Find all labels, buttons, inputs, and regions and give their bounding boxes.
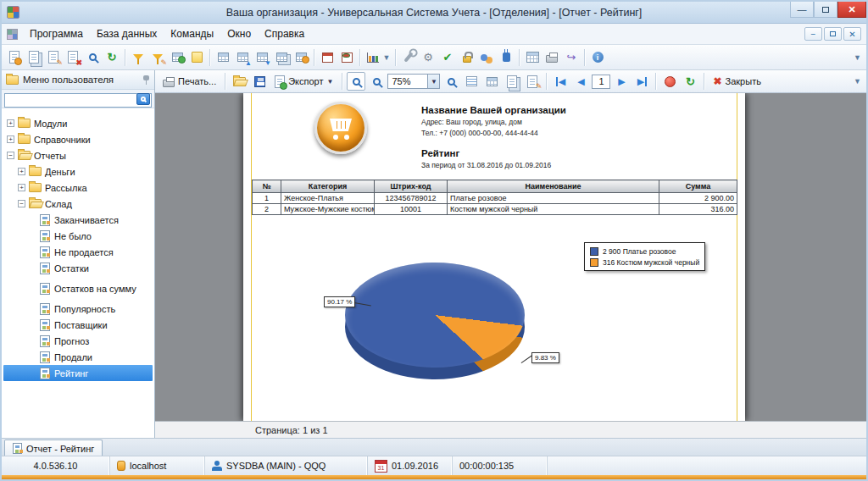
cell-name: Костюм мужской черный xyxy=(448,204,659,215)
info-button[interactable] xyxy=(588,48,607,67)
edit-record-button[interactable]: ✎ xyxy=(44,48,63,67)
menu-okno[interactable]: Окно xyxy=(220,25,258,42)
menu-komandy[interactable]: Команды xyxy=(164,25,220,42)
last-page-button[interactable]: ▶ xyxy=(632,72,651,91)
pin-icon[interactable] xyxy=(142,75,150,86)
group-expand-button[interactable]: ▲ xyxy=(233,48,252,67)
report-view[interactable]: Название Вашей организации Адрес: Ваш го… xyxy=(155,93,866,421)
cart-wheel-icon xyxy=(333,135,338,140)
stop-button[interactable] xyxy=(660,72,679,91)
confirm-button[interactable]: ✔ xyxy=(438,48,457,67)
new-record-button[interactable] xyxy=(5,48,24,67)
sidebar-item-spravochniki[interactable]: Справочники xyxy=(3,131,153,147)
page-number-input[interactable]: 1 xyxy=(592,75,610,89)
sidebar-item-prognoz[interactable]: Прогноз xyxy=(3,333,153,349)
search-go-button[interactable] xyxy=(136,93,150,105)
tools-button[interactable] xyxy=(399,48,418,67)
calendar-add-button[interactable] xyxy=(337,48,356,67)
zoom-out-button[interactable] xyxy=(442,72,460,91)
next-page-button[interactable]: ▶ xyxy=(612,72,631,91)
sidebar-item-rassylka[interactable]: Рассылка xyxy=(3,180,153,196)
calendar-button[interactable] xyxy=(318,48,337,67)
first-page-button[interactable]: ◀ xyxy=(551,72,570,91)
rebuild-button[interactable]: ↻ xyxy=(681,72,699,91)
sidebar-item-populyarnost[interactable]: Популярность xyxy=(3,301,153,317)
mdi-minimize-button[interactable]: − xyxy=(804,27,822,41)
chart-button[interactable] xyxy=(364,48,382,67)
expander-icon[interactable] xyxy=(7,119,14,127)
search-input[interactable] xyxy=(4,93,152,108)
sidebar-item-otchety[interactable]: Отчеты xyxy=(3,147,153,163)
toolbar-separator xyxy=(125,49,125,66)
split-view-button[interactable] xyxy=(272,48,291,67)
zoom-select[interactable]: 75%▼ xyxy=(387,74,440,89)
minimize-button[interactable]: — xyxy=(790,2,814,18)
sidebar-item-ostatki[interactable]: Остатки xyxy=(3,260,153,276)
filter-button[interactable] xyxy=(129,48,147,67)
users-button[interactable] xyxy=(477,48,496,67)
zoom-button[interactable] xyxy=(367,72,386,91)
add-field-button[interactable] xyxy=(168,48,186,67)
prev-page-button[interactable]: ◀ xyxy=(571,72,590,91)
tab-otchet-reyting[interactable]: Отчет - Рейтинг xyxy=(4,440,103,456)
sidebar-item-ostatkov-na-summu[interactable]: Остатков на сумму xyxy=(3,280,153,296)
menu-programma[interactable]: Программа xyxy=(23,25,90,42)
menu-spravka[interactable]: Справка xyxy=(258,25,311,42)
tree-label: Поставщики xyxy=(54,320,108,330)
security-button[interactable] xyxy=(458,48,476,67)
expander-icon[interactable] xyxy=(7,135,14,143)
page-setup-button[interactable]: ✎ xyxy=(523,72,542,91)
sidebar-item-ne-bylo[interactable]: Не было xyxy=(3,228,153,244)
delete-record-button[interactable]: ✖ xyxy=(64,48,82,67)
sidebar-item-moduli[interactable]: Модули xyxy=(3,115,153,131)
sidebar-item-reyting[interactable]: Рейтинг xyxy=(3,365,153,381)
share-button[interactable]: ↪ xyxy=(562,48,581,67)
close-button[interactable]: ✕ xyxy=(837,2,866,18)
columns-button[interactable] xyxy=(214,48,232,67)
time-segment: 00:00:00:135 xyxy=(453,456,548,475)
cell-number: 1 xyxy=(253,193,281,204)
note-button[interactable] xyxy=(187,48,206,67)
preview-button[interactable] xyxy=(347,72,365,91)
legend-item: 316 Костюм мужской черный xyxy=(590,257,699,268)
expander-icon[interactable] xyxy=(18,168,25,175)
maximize-button[interactable] xyxy=(814,2,837,18)
chart-dropdown[interactable]: ▼ xyxy=(383,48,392,67)
sidebar-item-sklad[interactable]: Склад xyxy=(3,196,153,212)
report-toolbar-overflow-button[interactable]: ▼ xyxy=(854,77,863,86)
group-collapse-button[interactable]: ▼ xyxy=(253,48,271,67)
table-button[interactable] xyxy=(523,48,542,67)
search-button[interactable] xyxy=(83,48,102,67)
printer-icon xyxy=(546,55,558,63)
close-report-button[interactable]: ✖Закрыть xyxy=(709,75,765,88)
sidebar-item-prodali[interactable]: Продали xyxy=(3,349,153,365)
sidebar-item-zakanchivaetsya[interactable]: Заканчивается xyxy=(3,212,153,228)
filter-edit-button[interactable]: ✎ xyxy=(148,48,167,67)
zoom-value: 75% xyxy=(392,76,410,86)
sidebar-item-ne-prodaetsya[interactable]: Не продается xyxy=(3,244,153,260)
print-button[interactable] xyxy=(542,48,561,67)
toolbar-overflow-button[interactable]: ▼ xyxy=(854,53,863,62)
report-title: Рейтинг xyxy=(421,148,701,158)
expander-icon[interactable] xyxy=(7,152,14,159)
expander-icon[interactable] xyxy=(18,184,25,191)
two-pages-button[interactable] xyxy=(503,72,521,91)
open-report-button[interactable] xyxy=(230,72,248,91)
export-button[interactable]: Экспорт▼ xyxy=(270,74,337,90)
document-map-button[interactable] xyxy=(462,72,481,91)
menu-baza-dannyh[interactable]: База данных xyxy=(90,25,164,42)
thumbnails-button[interactable] xyxy=(482,72,501,91)
summary-button[interactable] xyxy=(292,48,310,67)
mdi-close-button[interactable]: ✕ xyxy=(843,27,861,41)
sidebar-item-postavshchiki[interactable]: Поставщики xyxy=(3,317,153,333)
connection-button[interactable] xyxy=(497,48,515,67)
mdi-restore-button[interactable] xyxy=(824,27,842,41)
tree-label: Склад xyxy=(45,199,72,209)
settings-button[interactable]: ⚙ xyxy=(419,48,437,67)
sidebar-item-dengi[interactable]: Деньги xyxy=(3,163,153,180)
copy-record-button[interactable] xyxy=(25,48,43,67)
expander-icon[interactable] xyxy=(18,200,25,207)
save-report-button[interactable] xyxy=(250,72,269,91)
refresh-button[interactable]: ↻ xyxy=(103,48,121,67)
print-report-button[interactable]: Печать... xyxy=(159,75,220,89)
